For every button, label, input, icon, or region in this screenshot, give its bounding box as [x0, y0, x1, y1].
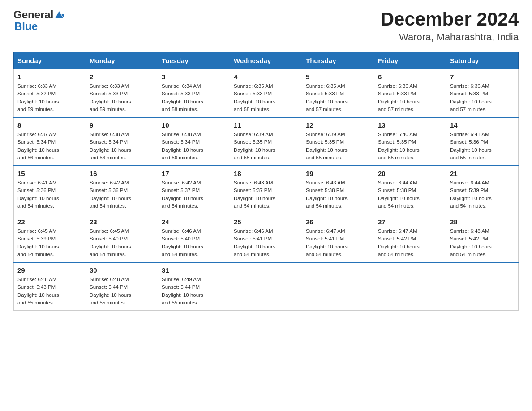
day-number: 26 [306, 218, 370, 226]
logo-triangle-icon [54, 10, 64, 20]
calendar-cell: 1 Sunrise: 6:33 AM Sunset: 5:32 PM Dayli… [14, 69, 86, 118]
day-info: Sunrise: 6:46 AM Sunset: 5:40 PM Dayligh… [162, 227, 226, 258]
calendar-cell: 26 Sunrise: 6:47 AM Sunset: 5:41 PM Dayl… [302, 214, 374, 262]
day-number: 16 [90, 170, 154, 177]
calendar-cell: 3 Sunrise: 6:34 AM Sunset: 5:33 PM Dayli… [158, 69, 230, 118]
calendar-cell: 19 Sunrise: 6:43 AM Sunset: 5:38 PM Dayl… [302, 166, 374, 214]
day-info: Sunrise: 6:48 AM Sunset: 5:42 PM Dayligh… [450, 227, 515, 258]
day-number: 4 [234, 73, 298, 81]
day-number: 3 [162, 73, 226, 81]
day-info: Sunrise: 6:44 AM Sunset: 5:39 PM Dayligh… [450, 179, 515, 210]
day-number: 1 [17, 73, 82, 81]
day-number: 20 [378, 170, 442, 177]
day-number: 6 [378, 73, 442, 81]
logo: General Blue [13, 9, 64, 33]
calendar-week-row: 8 Sunrise: 6:37 AM Sunset: 5:34 PM Dayli… [14, 117, 519, 166]
calendar-cell: 2 Sunrise: 6:33 AM Sunset: 5:33 PM Dayli… [86, 69, 158, 118]
calendar-col-tuesday: Tuesday [158, 52, 230, 69]
logo-blue-text: Blue [14, 20, 38, 32]
calendar-cell: 8 Sunrise: 6:37 AM Sunset: 5:34 PM Dayli… [14, 117, 86, 166]
calendar-cell: 13 Sunrise: 6:40 AM Sunset: 5:35 PM Dayl… [374, 117, 446, 166]
day-info: Sunrise: 6:34 AM Sunset: 5:33 PM Dayligh… [162, 82, 226, 113]
day-info: Sunrise: 6:42 AM Sunset: 5:37 PM Dayligh… [162, 179, 226, 210]
day-number: 19 [306, 170, 370, 177]
calendar-week-row: 29 Sunrise: 6:48 AM Sunset: 5:43 PM Dayl… [14, 262, 519, 311]
day-number: 28 [450, 218, 515, 226]
calendar-col-wednesday: Wednesday [230, 52, 302, 69]
day-number: 23 [90, 218, 154, 226]
day-number: 25 [234, 218, 298, 226]
calendar-cell [374, 262, 446, 311]
day-info: Sunrise: 6:38 AM Sunset: 5:34 PM Dayligh… [90, 131, 154, 162]
calendar-cell: 24 Sunrise: 6:46 AM Sunset: 5:40 PM Dayl… [158, 214, 230, 262]
day-number: 27 [378, 218, 442, 226]
day-number: 10 [162, 121, 226, 129]
calendar-cell: 23 Sunrise: 6:45 AM Sunset: 5:40 PM Dayl… [86, 214, 158, 262]
day-number: 30 [90, 266, 154, 274]
calendar-col-thursday: Thursday [302, 52, 374, 69]
day-number: 9 [90, 121, 154, 129]
day-number: 14 [450, 121, 515, 129]
day-info: Sunrise: 6:40 AM Sunset: 5:35 PM Dayligh… [378, 131, 442, 162]
calendar-cell: 20 Sunrise: 6:44 AM Sunset: 5:38 PM Dayl… [374, 166, 446, 214]
day-info: Sunrise: 6:41 AM Sunset: 5:36 PM Dayligh… [450, 131, 515, 162]
calendar-cell: 11 Sunrise: 6:39 AM Sunset: 5:35 PM Dayl… [230, 117, 302, 166]
day-info: Sunrise: 6:33 AM Sunset: 5:33 PM Dayligh… [90, 82, 154, 113]
calendar-header-row: SundayMondayTuesdayWednesdayThursdayFrid… [14, 52, 519, 69]
calendar-cell: 12 Sunrise: 6:39 AM Sunset: 5:35 PM Dayl… [302, 117, 374, 166]
calendar-cell: 6 Sunrise: 6:36 AM Sunset: 5:33 PM Dayli… [374, 69, 446, 118]
day-info: Sunrise: 6:43 AM Sunset: 5:38 PM Dayligh… [306, 179, 370, 210]
day-number: 15 [17, 170, 82, 177]
calendar-cell: 15 Sunrise: 6:41 AM Sunset: 5:36 PM Dayl… [14, 166, 86, 214]
day-info: Sunrise: 6:35 AM Sunset: 5:33 PM Dayligh… [306, 82, 370, 113]
day-number: 2 [90, 73, 154, 81]
day-info: Sunrise: 6:41 AM Sunset: 5:36 PM Dayligh… [17, 179, 82, 210]
calendar-col-monday: Monday [86, 52, 158, 69]
calendar-cell: 21 Sunrise: 6:44 AM Sunset: 5:39 PM Dayl… [446, 166, 519, 214]
day-info: Sunrise: 6:45 AM Sunset: 5:39 PM Dayligh… [17, 227, 82, 258]
day-info: Sunrise: 6:39 AM Sunset: 5:35 PM Dayligh… [306, 131, 370, 162]
day-info: Sunrise: 6:43 AM Sunset: 5:37 PM Dayligh… [234, 179, 298, 210]
logo-general-text: General [13, 9, 53, 21]
month-title: December 2024 [381, 9, 519, 30]
calendar-cell [302, 262, 374, 311]
day-info: Sunrise: 6:48 AM Sunset: 5:44 PM Dayligh… [90, 276, 154, 307]
day-number: 7 [450, 73, 515, 81]
calendar-cell: 4 Sunrise: 6:35 AM Sunset: 5:33 PM Dayli… [230, 69, 302, 118]
calendar-cell: 25 Sunrise: 6:46 AM Sunset: 5:41 PM Dayl… [230, 214, 302, 262]
day-number: 18 [234, 170, 298, 177]
calendar-cell: 22 Sunrise: 6:45 AM Sunset: 5:39 PM Dayl… [14, 214, 86, 262]
day-info: Sunrise: 6:47 AM Sunset: 5:42 PM Dayligh… [378, 227, 442, 258]
day-info: Sunrise: 6:36 AM Sunset: 5:33 PM Dayligh… [450, 82, 515, 113]
calendar-cell: 28 Sunrise: 6:48 AM Sunset: 5:42 PM Dayl… [446, 214, 519, 262]
day-info: Sunrise: 6:35 AM Sunset: 5:33 PM Dayligh… [234, 82, 298, 113]
day-info: Sunrise: 6:48 AM Sunset: 5:43 PM Dayligh… [17, 276, 82, 307]
day-info: Sunrise: 6:38 AM Sunset: 5:34 PM Dayligh… [162, 131, 226, 162]
calendar-cell: 16 Sunrise: 6:42 AM Sunset: 5:36 PM Dayl… [86, 166, 158, 214]
calendar-cell: 30 Sunrise: 6:48 AM Sunset: 5:44 PM Dayl… [86, 262, 158, 311]
calendar-cell: 14 Sunrise: 6:41 AM Sunset: 5:36 PM Dayl… [446, 117, 519, 166]
calendar-cell: 5 Sunrise: 6:35 AM Sunset: 5:33 PM Dayli… [302, 69, 374, 118]
day-info: Sunrise: 6:46 AM Sunset: 5:41 PM Dayligh… [234, 227, 298, 258]
calendar-cell: 27 Sunrise: 6:47 AM Sunset: 5:42 PM Dayl… [374, 214, 446, 262]
day-number: 8 [17, 121, 82, 129]
day-info: Sunrise: 6:44 AM Sunset: 5:38 PM Dayligh… [378, 179, 442, 210]
day-info: Sunrise: 6:39 AM Sunset: 5:35 PM Dayligh… [234, 131, 298, 162]
calendar-cell: 29 Sunrise: 6:48 AM Sunset: 5:43 PM Dayl… [14, 262, 86, 311]
calendar-cell: 31 Sunrise: 6:49 AM Sunset: 5:44 PM Dayl… [158, 262, 230, 311]
day-info: Sunrise: 6:33 AM Sunset: 5:32 PM Dayligh… [17, 82, 82, 113]
day-number: 24 [162, 218, 226, 226]
day-number: 11 [234, 121, 298, 129]
day-number: 29 [17, 266, 82, 274]
day-info: Sunrise: 6:37 AM Sunset: 5:34 PM Dayligh… [17, 131, 82, 162]
day-number: 31 [162, 266, 226, 274]
calendar-cell: 18 Sunrise: 6:43 AM Sunset: 5:37 PM Dayl… [230, 166, 302, 214]
calendar-col-saturday: Saturday [446, 52, 519, 69]
day-number: 21 [450, 170, 515, 177]
calendar-week-row: 15 Sunrise: 6:41 AM Sunset: 5:36 PM Dayl… [14, 166, 519, 214]
calendar-cell: 17 Sunrise: 6:42 AM Sunset: 5:37 PM Dayl… [158, 166, 230, 214]
title-section: December 2024 Warora, Maharashtra, India [381, 9, 519, 43]
day-info: Sunrise: 6:42 AM Sunset: 5:36 PM Dayligh… [90, 179, 154, 210]
calendar-cell: 10 Sunrise: 6:38 AM Sunset: 5:34 PM Dayl… [158, 117, 230, 166]
day-number: 5 [306, 73, 370, 81]
